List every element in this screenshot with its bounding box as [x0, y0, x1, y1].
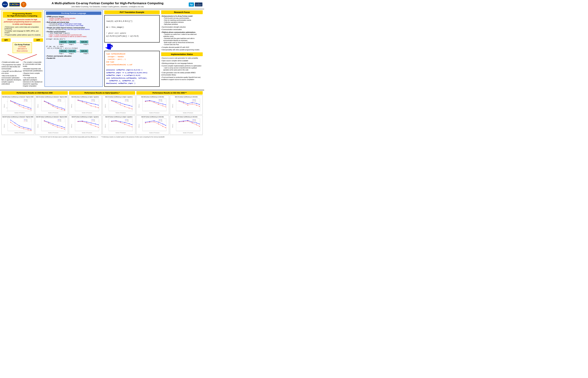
svg-point-239	[116, 121, 116, 121]
svg-text:Efficiency: Efficiency	[71, 104, 72, 108]
header-logos-left: RICE LACSI■ NSF★	[2, 1, 27, 8]
footnote-2: ** Preliminary results on a loaded syste…	[101, 136, 164, 138]
prog-bullet-3: • Programmability: global address space …	[3, 34, 41, 36]
svg-point-97	[124, 106, 125, 107]
chart-sp-alpha: NAS SP (Class C) Efficiency on Alpha + Q…	[103, 116, 135, 135]
svg-point-74	[95, 107, 96, 107]
svg-text:CAF: CAF	[93, 121, 95, 122]
svg-text:MPI: MPI	[93, 120, 95, 120]
chart-title: NAS CG (Class C) Efficiency on SGI Altix	[171, 96, 202, 97]
chart-cg-ia64: NAS CG (Class C) Efficiency on Itanium2 …	[35, 95, 68, 115]
svg-point-195	[65, 129, 65, 130]
put-translation-title: PUT Translation Example	[104, 10, 160, 14]
svg-point-45	[65, 109, 65, 109]
programming-models-box: Programming Models for High-Performance …	[1, 10, 43, 37]
svg-text:CAF: CAF	[161, 121, 162, 122]
science-logo: ★ SCIENCE	[195, 2, 202, 6]
research-focus-title: Research Focus	[161, 10, 203, 14]
svg-text:MPI: MPI	[127, 120, 129, 120]
svg-point-215	[82, 121, 83, 122]
svg-text:Number of Processors: Number of Processors	[48, 112, 58, 113]
svg-point-169	[24, 128, 24, 129]
mpi-bullets: • Portable and widely used • The program…	[1, 61, 22, 87]
svg-point-256	[145, 122, 146, 122]
svg-point-27	[31, 109, 31, 110]
chart-title: NAS BT (Class C) Efficiency on Itanium2 …	[2, 116, 34, 118]
caf-language-box: Co-Array Fortran Language • SPMD process…	[44, 10, 103, 87]
hpf-title: HPF	[33, 38, 43, 42]
svg-point-165	[31, 129, 31, 130]
caf-lang-pointers: • Pointers and dynamic allocation	[46, 55, 101, 57]
center-column: Co-Array Fortran Language • SPMD process…	[44, 10, 160, 89]
prog-bullet-1: • Performance: users control data and co…	[3, 26, 41, 30]
svg-text:Efficiency: Efficiency	[172, 124, 173, 128]
svg-point-73	[91, 106, 92, 106]
caf-language-title: Co-Array Fortran Language	[46, 12, 101, 15]
svg-text:0: 0	[7, 111, 7, 112]
svg-point-166	[10, 122, 11, 122]
chart-sp-sgi: NAS SP (Class C) Efficiency on SGI Altix	[170, 116, 203, 135]
svg-rect-6	[107, 44, 110, 47]
chart-cg-sgi: NAS CG (Class C) Efficiency on SGI Altix	[170, 95, 203, 115]
svg-point-65	[82, 101, 83, 101]
svg-point-49	[57, 108, 58, 109]
svg-text:Number of Processors: Number of Processors	[14, 112, 25, 113]
svg-point-90	[120, 103, 121, 103]
svg-point-185	[48, 122, 49, 122]
svg-text:1: 1	[7, 101, 7, 102]
svg-point-160	[10, 120, 11, 120]
chart-sp-ia64: NAS SP (Class C) Efficiency on Itanium2 …	[35, 116, 68, 135]
rice-logo: RICE	[2, 1, 8, 8]
svg-point-289	[192, 123, 192, 123]
svg-text:CAF: CAF	[127, 101, 129, 102]
svg-point-23	[15, 103, 15, 104]
svg-text:Efficiency: Efficiency	[172, 104, 173, 108]
svg-point-171	[31, 130, 31, 131]
svg-point-218	[95, 126, 96, 127]
footnotes: * For NAS BT and CG the base case is syn…	[1, 135, 203, 138]
svg-point-48	[53, 106, 53, 107]
svg-text:Number of Processors: Number of Processors	[82, 132, 92, 133]
svg-point-67	[91, 103, 92, 104]
svg-text:CAF: CAF	[194, 121, 196, 122]
svg-point-51	[65, 110, 65, 110]
svg-text:RICE: RICE	[3, 3, 7, 5]
svg-point-113	[149, 100, 150, 101]
perf-header-sgi: Performance Results on SGI Altix 3000 **	[136, 91, 203, 95]
svg-point-140	[196, 103, 197, 104]
svg-point-219	[98, 127, 99, 128]
svg-point-120	[154, 102, 154, 103]
svg-point-162	[19, 126, 20, 126]
svg-point-50	[62, 109, 62, 110]
svg-point-189	[65, 127, 65, 128]
svg-point-89	[116, 101, 116, 102]
svg-text:Efficiency: Efficiency	[38, 104, 38, 108]
put-code-before: ... real(8) a(0:N+1,0:N+1)[*] me = this_…	[104, 15, 160, 42]
svg-point-240	[120, 122, 121, 123]
footnote-1: * For NAS BT and CG the base case is syn…	[40, 136, 98, 138]
svg-point-139	[192, 102, 192, 103]
caf-lang-parallel-io: • Parallel I/O	[46, 57, 101, 59]
svg-point-138	[187, 103, 188, 104]
translation-arrow	[104, 44, 160, 50]
implementation-status-section: Implementation Status • Source-to-source…	[161, 52, 203, 81]
svg-point-143	[183, 103, 184, 103]
svg-point-141	[199, 104, 200, 105]
svg-point-237	[132, 124, 133, 125]
svg-text:MPI: MPI	[26, 120, 27, 120]
svg-point-164	[28, 128, 28, 129]
perf-header-alpha: Performance Results on Alpha+Quadrics *	[69, 91, 135, 95]
svg-text:CAF: CAF	[60, 121, 61, 122]
svg-point-261	[165, 125, 166, 126]
svg-point-281	[183, 121, 184, 121]
header-logos-right: hp ★ SCIENCE	[189, 2, 202, 7]
caf-lang-spmd: • SPMD process images – number of images…	[46, 16, 101, 21]
chart-title: NAS CG (Class C) Efficiency on Itanium2 …	[36, 96, 67, 97]
svg-point-99	[132, 109, 133, 109]
chart-bt-sgi: NAS BT (Class C) Efficiency on SGI Altix	[136, 116, 169, 135]
svg-text:Efficiency: Efficiency	[139, 104, 139, 108]
svg-point-265	[158, 124, 159, 124]
svg-point-212	[95, 124, 96, 124]
svg-point-285	[199, 124, 200, 124]
svg-point-44	[62, 108, 62, 108]
